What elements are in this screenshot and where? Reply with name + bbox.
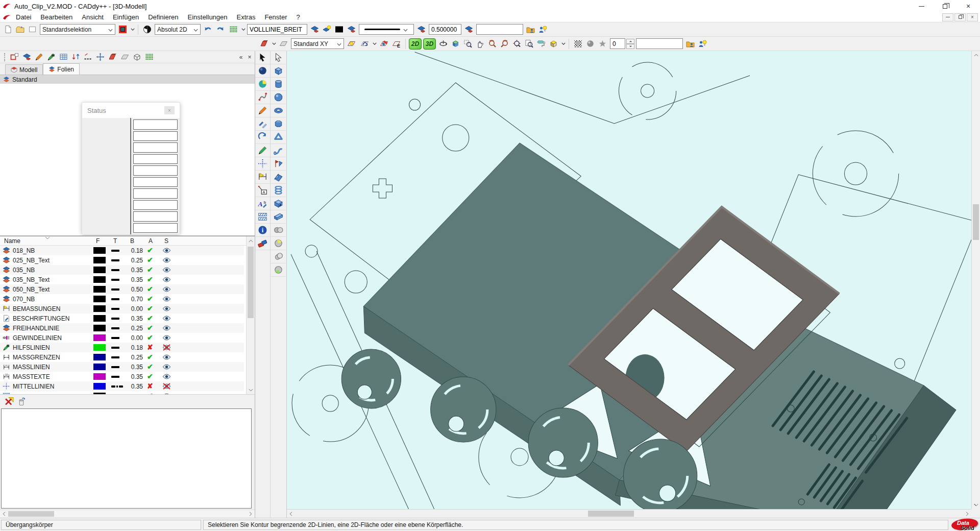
- layers-table-header[interactable]: Name F T B A S: [0, 236, 255, 246]
- menu-item[interactable]: Einstellungen: [183, 13, 232, 21]
- layer-tree-area[interactable]: Status ×: [0, 84, 255, 236]
- cube-view-icon[interactable]: [450, 38, 461, 50]
- layer-color-swatch[interactable]: [93, 373, 106, 380]
- layer-linetype[interactable]: [111, 259, 125, 261]
- viewport-3d-canvas[interactable]: [287, 51, 971, 509]
- layer-visibility-flag[interactable]: [162, 364, 171, 370]
- layer-linetype[interactable]: [111, 298, 125, 300]
- scroll-down-icon[interactable]: [247, 385, 255, 394]
- status-field[interactable]: [133, 131, 178, 141]
- linestyle-combo[interactable]: [359, 24, 414, 35]
- drag-handle[interactable]: [4, 53, 6, 61]
- render-dropdown-arrow-icon[interactable]: [561, 38, 566, 50]
- status-field[interactable]: [133, 223, 178, 233]
- folder-users-icon[interactable]: [684, 38, 696, 50]
- layer-active-flag[interactable]: ✔: [147, 295, 153, 303]
- collapse-panel-button[interactable]: «: [237, 53, 245, 61]
- menu-item[interactable]: Einfügen: [108, 13, 143, 21]
- zoom-all-icon[interactable]: [511, 38, 523, 50]
- plane-curve-icon[interactable]: [359, 38, 371, 50]
- layer-visibility-flag[interactable]: [162, 286, 171, 293]
- layer-row[interactable]: GEWINDELINIEN0.00✔: [0, 333, 244, 343]
- mdi-close-button[interactable]: ×: [967, 13, 978, 21]
- close-button[interactable]: ×: [957, 0, 980, 12]
- new-doc-icon[interactable]: [2, 23, 14, 35]
- layer-color-swatch[interactable]: [93, 305, 106, 312]
- spinner-down-button[interactable]: [626, 44, 634, 49]
- dash-line-icon[interactable]: [82, 51, 94, 63]
- sphere-navy-icon[interactable]: [255, 64, 270, 78]
- grid-dots-icon[interactable]: [228, 23, 239, 35]
- zoom-next-icon[interactable]: [499, 38, 510, 50]
- color-dropdown-arrow-icon[interactable]: [130, 23, 135, 35]
- prim-prism-icon[interactable]: [271, 117, 286, 131]
- swatch-black-icon[interactable]: [333, 23, 345, 35]
- panel-red-square-icon[interactable]: [9, 51, 20, 63]
- status-field[interactable]: [133, 165, 178, 176]
- layer-active-flag[interactable]: ✔: [147, 363, 153, 371]
- scroll-right-icon[interactable]: [247, 510, 255, 518]
- dim-flag-icon[interactable]: [255, 171, 270, 184]
- zoom-prev-icon[interactable]: [486, 38, 498, 50]
- viewport-vertical-scrollbar[interactable]: [971, 51, 980, 509]
- layer-color-swatch[interactable]: [93, 247, 106, 254]
- layer-row[interactable]: 018_NB0.18✔: [0, 246, 244, 255]
- hatch-cross-icon[interactable]: [572, 38, 584, 50]
- mdi-minimize-button[interactable]: [942, 13, 953, 21]
- folder-users-icon[interactable]: [525, 23, 536, 35]
- layer-row[interactable]: 035_NB0.35✔: [0, 265, 244, 275]
- menu-item[interactable]: Ansicht: [77, 13, 108, 21]
- bool-spheres-icon[interactable]: [271, 224, 286, 237]
- layer-linetype[interactable]: [111, 279, 125, 281]
- layer-active-flag[interactable]: ✔: [147, 266, 153, 274]
- layer-color-swatch[interactable]: [93, 383, 106, 390]
- info-circle-icon[interactable]: i: [255, 224, 270, 237]
- prim-block-icon[interactable]: [271, 197, 286, 210]
- status-field[interactable]: [133, 142, 178, 153]
- pencil-green-icon[interactable]: [255, 144, 270, 157]
- tab-folien[interactable]: Folien: [43, 63, 80, 75]
- layer-linetype[interactable]: [111, 356, 125, 358]
- layer-active-flag[interactable]: ✔: [147, 372, 153, 380]
- layer-assign-icon[interactable]: [415, 23, 427, 35]
- layer-active-flag[interactable]: ✔: [147, 314, 153, 322]
- layer-linetype[interactable]: [111, 347, 125, 349]
- layer-linetype[interactable]: [111, 327, 125, 329]
- bool-sphere-green-icon[interactable]: [271, 263, 286, 277]
- scroll-up-icon[interactable]: [247, 236, 255, 245]
- layer-row[interactable]: MITTELLINIEN0.35✘: [0, 381, 244, 391]
- layer-active-flag[interactable]: ✔: [147, 333, 153, 342]
- layer-linetype[interactable]: [111, 269, 125, 271]
- curve-dropdown-arrow-icon[interactable]: [372, 38, 377, 50]
- prim-fittings-icon[interactable]: [271, 157, 286, 171]
- layer-visibility-flag[interactable]: [162, 383, 171, 390]
- viewport-horizontal-scrollbar[interactable]: [287, 509, 971, 518]
- layer-assign-icon[interactable]: [463, 23, 475, 35]
- label-leader-icon[interactable]: A: [255, 184, 270, 197]
- plane-eraser-icon[interactable]: [378, 38, 390, 50]
- layer-visibility-flag[interactable]: [162, 247, 171, 254]
- menu-item[interactable]: Extras: [232, 13, 260, 21]
- redo-icon[interactable]: [214, 23, 226, 35]
- workplane-combo[interactable]: Standard XY: [291, 38, 344, 49]
- layer-active-flag[interactable]: ✔: [147, 275, 153, 283]
- layer-row[interactable]: HHILFSLINIEN0.18✘: [0, 343, 244, 352]
- menu-item[interactable]: Definieren: [143, 13, 183, 21]
- layer-active-flag[interactable]: ✘: [147, 382, 153, 390]
- text-edit-icon[interactable]: Ab: [255, 197, 270, 210]
- prim-cylinder-icon[interactable]: [271, 78, 286, 91]
- open-icon[interactable]: [14, 23, 26, 35]
- layer-color-swatch[interactable]: [93, 344, 106, 351]
- layer-color-swatch[interactable]: [93, 393, 106, 394]
- layer-assign-icon[interactable]: [21, 51, 33, 63]
- scroll-left-icon[interactable]: [287, 510, 295, 518]
- plane-e-icon[interactable]: E: [390, 38, 402, 50]
- restore-button[interactable]: [933, 0, 957, 12]
- select-white-icon[interactable]: [271, 51, 286, 64]
- number-spinner[interactable]: [610, 38, 634, 49]
- view-3d-button[interactable]: 3D: [423, 38, 436, 50]
- view-2d-button[interactable]: 2D: [409, 38, 422, 50]
- layer-row[interactable]: MASSGRENZEN0.25✔: [0, 352, 244, 362]
- mdi-restore-button[interactable]: [954, 13, 966, 21]
- scroll-up-icon[interactable]: [972, 51, 980, 59]
